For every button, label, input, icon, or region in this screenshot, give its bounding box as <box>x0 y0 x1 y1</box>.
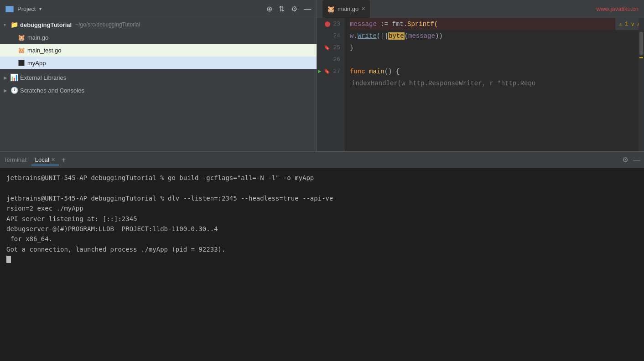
terminal-tab-close[interactable]: ✕ <box>51 157 55 163</box>
project-folder-icon <box>5 6 14 12</box>
line-num-25: 🔖 25 <box>321 42 340 54</box>
binary-icon <box>17 59 26 67</box>
terminal-tab-bar: Terminal: Local ✕ + ⚙ — <box>0 152 644 168</box>
breakpoint-23[interactable] <box>325 21 330 27</box>
main-content: ▾ 📁 debuggingTutorial ~/go/src/debugging… <box>0 18 644 151</box>
terminal-tab-local-label: Local <box>35 156 49 163</box>
tree-item-external-libraries[interactable]: ▶ 📊 External Libraries <box>0 71 317 84</box>
root-arrow: ▾ <box>4 22 10 27</box>
line-num-24: 24 <box>321 30 340 42</box>
ext-lib-icon: 📊 <box>10 73 18 82</box>
inline-hint: indexHandler(w http.ResponseWriter, r *h… <box>352 80 535 87</box>
scratches-icon: 🕐 <box>10 86 18 94</box>
editor-scrollbar-thumb <box>639 32 643 55</box>
line-num-hint: 28 <box>321 77 340 89</box>
root-path: ~/go/src/debuggingTutorial <box>75 21 140 28</box>
code-line-24: w.Write([]byte(message)) <box>350 30 639 42</box>
tree-root-item[interactable]: ▾ 📁 debuggingTutorial ~/go/src/debugging… <box>0 18 317 31</box>
terminal-line-2: jetbrains@UNIT-545-AP debuggingTutorial … <box>6 193 638 214</box>
line-num-27: ▶ 🔖 27 <box>321 66 340 77</box>
terminal-tab-local[interactable]: Local ✕ <box>31 155 59 165</box>
editor-tab-bar: 🐹 main.go ✕ www.javatiku.cn <box>317 0 644 18</box>
root-label: debuggingTutorial <box>20 21 72 28</box>
scratches-label: Scratches and Consoles <box>20 87 84 94</box>
ext-lib-label: External Libraries <box>20 74 66 81</box>
terminal-line-blank <box>6 183 638 193</box>
tree-item-main-test-go[interactable]: 🐹 main_test.go <box>0 44 317 57</box>
bookmark-27: 🔖 <box>324 66 330 77</box>
code-line-hint: indexHandler(w http.ResponseWriter, r *h… <box>350 77 639 89</box>
terminal-line-5: for x86_64. <box>6 234 638 244</box>
tree-item-myapp[interactable]: myApp <box>0 57 317 69</box>
project-tree: ▾ 📁 debuggingTutorial ~/go/src/debugging… <box>0 18 317 151</box>
top-bar: Project ▾ ⊕ ⇅ ⚙ — 🐹 main.go ✕ www.javati… <box>0 0 644 18</box>
add-terminal-tab-button[interactable]: + <box>59 156 68 164</box>
terminal-cursor-line <box>6 254 638 264</box>
editor-scrollbar[interactable] <box>639 18 644 151</box>
collapse-icon[interactable]: ⇅ <box>279 5 285 13</box>
terminal-content[interactable]: jetbrains@UNIT-545-AP debuggingTutorial … <box>0 168 644 361</box>
terminal-line-3: API server listening at: [::]:2345 <box>6 214 638 224</box>
code-line-26 <box>350 54 639 66</box>
bookmark-25: 🔖 <box>324 42 330 54</box>
file-label-myapp: myApp <box>27 60 46 67</box>
editor-content: 23 24 🔖 25 26 ▶ 🔖 27 28 <box>317 18 644 151</box>
scrollbar-marker <box>639 57 643 58</box>
go-file-icon-1: 🐹 <box>17 33 26 41</box>
root-folder-icon: 📁 <box>10 21 18 29</box>
code-line-27: func main() { <box>350 66 639 77</box>
toolbar-icons: ⊕ ⇅ ⚙ — <box>266 5 311 13</box>
tree-item-main-go[interactable]: 🐹 main.go <box>0 31 317 44</box>
file-label-main-go: main.go <box>27 34 48 41</box>
go-file-icon-2: 🐹 <box>17 46 26 54</box>
terminal-line-6: Got a connection, launched process ./myA… <box>6 244 638 254</box>
terminal-label: Terminal: <box>4 156 28 163</box>
code-area[interactable]: ⚠ 1 ∨ ∧ message := fmt.Sprintf( w.Write(… <box>344 18 644 151</box>
terminal-pane: Terminal: Local ✕ + ⚙ — jetbrains@UNIT-5… <box>0 151 644 361</box>
ext-lib-arrow: ▶ <box>4 75 10 80</box>
editor-pane: 23 24 🔖 25 26 ▶ 🔖 27 28 <box>317 18 644 151</box>
warning-icon: ⚠ <box>619 21 622 28</box>
project-label[interactable]: Project <box>17 5 36 12</box>
project-dropdown-arrow[interactable]: ▾ <box>39 6 42 11</box>
scratches-arrow: ▶ <box>4 88 10 93</box>
terminal-settings-icon[interactable]: ⚙ <box>622 155 628 164</box>
line-numbers: 23 24 🔖 25 26 ▶ 🔖 27 28 <box>317 18 344 151</box>
terminal-line-1: jetbrains@UNIT-545-AP debuggingTutorial … <box>6 173 638 183</box>
warning-nav-down[interactable]: ∨ <box>631 21 634 28</box>
terminal-line-4: debugserver-@(#)PROGRAM:LLDB PROJECT:lld… <box>6 224 638 234</box>
code-line-23: message := fmt.Sprintf( <box>350 18 639 30</box>
tree-item-scratches[interactable]: ▶ 🕐 Scratches and Consoles <box>0 84 317 97</box>
watermark-text: www.javatiku.cn <box>597 5 639 12</box>
play-arrow-27: ▶ <box>318 66 321 77</box>
add-icon[interactable]: ⊕ <box>266 5 272 13</box>
project-panel-header: Project ▾ ⊕ ⇅ ⚙ — <box>0 0 317 18</box>
settings-icon[interactable]: ⚙ <box>291 5 297 13</box>
terminal-minimize-icon[interactable]: — <box>633 156 640 164</box>
file-label-main-test-go: main_test.go <box>27 47 61 54</box>
line-num-23: 23 <box>321 18 340 30</box>
line-num-26: 26 <box>321 54 340 66</box>
tab-main-go[interactable]: 🐹 main.go ✕ <box>322 0 370 18</box>
tab-go-icon: 🐹 <box>327 5 335 13</box>
terminal-toolbar-icons: ⚙ — <box>622 155 640 164</box>
terminal-cursor <box>6 256 11 263</box>
tab-close-button[interactable]: ✕ <box>361 6 365 12</box>
code-line-25: } <box>350 42 639 54</box>
minimize-icon[interactable]: — <box>304 5 311 13</box>
tab-main-go-label: main.go <box>338 5 358 12</box>
warning-count: 1 <box>625 21 628 27</box>
